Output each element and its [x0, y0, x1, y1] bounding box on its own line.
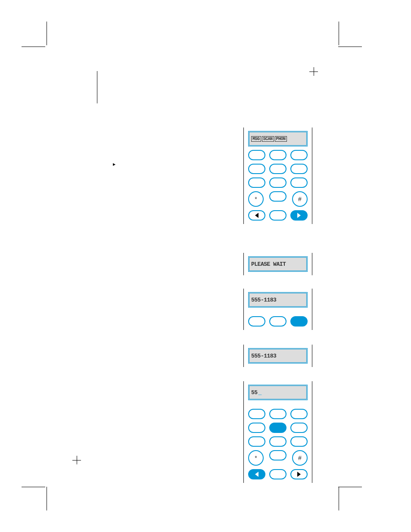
key-2[interactable]: [269, 316, 286, 327]
key-star[interactable]: *: [248, 191, 264, 207]
lcd-cursor: _: [258, 389, 262, 396]
lcd-text: PLEASE WAIT: [251, 261, 286, 268]
left-arrow-button[interactable]: [248, 469, 265, 479]
key-1[interactable]: [248, 409, 265, 419]
key-1[interactable]: [248, 316, 265, 327]
lcd-box-msg: MSG: [251, 136, 261, 142]
key-0[interactable]: [269, 450, 286, 460]
key-3[interactable]: [290, 316, 308, 327]
key-star[interactable]: *: [248, 450, 264, 466]
crop-mark: [338, 487, 362, 487]
key-9[interactable]: [290, 436, 308, 447]
key-1[interactable]: [248, 150, 265, 160]
lcd-text: 55: [251, 389, 258, 396]
key-3[interactable]: [290, 150, 308, 160]
crop-mark: [22, 487, 45, 487]
key-2[interactable]: [269, 409, 286, 419]
keypad-panel-a: MSG SCAN PHON * #: [243, 128, 312, 224]
keypad-panel-e: 55_ * #: [243, 381, 312, 483]
lcd-text: 555-1183: [251, 353, 276, 359]
lcd-box-phon: PHON: [275, 136, 287, 142]
key-5[interactable]: [269, 164, 286, 174]
key-2[interactable]: [269, 150, 286, 160]
key-7[interactable]: [248, 436, 265, 447]
crop-mark: [97, 71, 97, 103]
crop-mark: [22, 47, 45, 47]
lcd-panel-c: 555-1183: [243, 289, 312, 330]
crop-mark: [47, 487, 47, 510]
lcd-text: 555-1183: [251, 297, 276, 303]
lcd-display: 555-1183: [248, 292, 308, 308]
key-8[interactable]: [269, 436, 286, 447]
crop-mark: [338, 47, 362, 47]
lcd-display: 55_: [248, 385, 308, 400]
right-arrow-button[interactable]: [290, 469, 308, 479]
key-6[interactable]: [290, 423, 308, 433]
key-7[interactable]: [248, 177, 265, 188]
key-9[interactable]: [290, 177, 308, 188]
key-center[interactable]: [269, 469, 286, 479]
key-4[interactable]: [248, 164, 265, 174]
key-center[interactable]: [269, 210, 286, 221]
lcd-panel-wait: PLEASE WAIT: [243, 253, 312, 275]
lcd-panel-d: 555-1183: [243, 345, 312, 367]
key-6[interactable]: [290, 164, 308, 174]
crop-mark: [339, 487, 339, 510]
crop-mark: [47, 22, 47, 45]
right-arrow-button[interactable]: [290, 210, 308, 221]
lcd-display: PLEASE WAIT: [248, 256, 308, 272]
lcd-display: 555-1183: [248, 348, 308, 364]
key-8[interactable]: [269, 177, 286, 188]
play-icon: ▶: [113, 162, 115, 166]
key-3[interactable]: [290, 409, 308, 419]
key-5[interactable]: [269, 423, 286, 433]
left-arrow-button[interactable]: [248, 210, 265, 221]
lcd-box-scan: SCAN: [262, 136, 274, 142]
crop-mark: [339, 22, 339, 45]
key-4[interactable]: [248, 423, 265, 433]
key-hash[interactable]: #: [292, 450, 308, 466]
key-0[interactable]: [269, 191, 286, 202]
key-hash[interactable]: #: [292, 191, 308, 207]
lcd-display: MSG SCAN PHON: [248, 131, 308, 146]
